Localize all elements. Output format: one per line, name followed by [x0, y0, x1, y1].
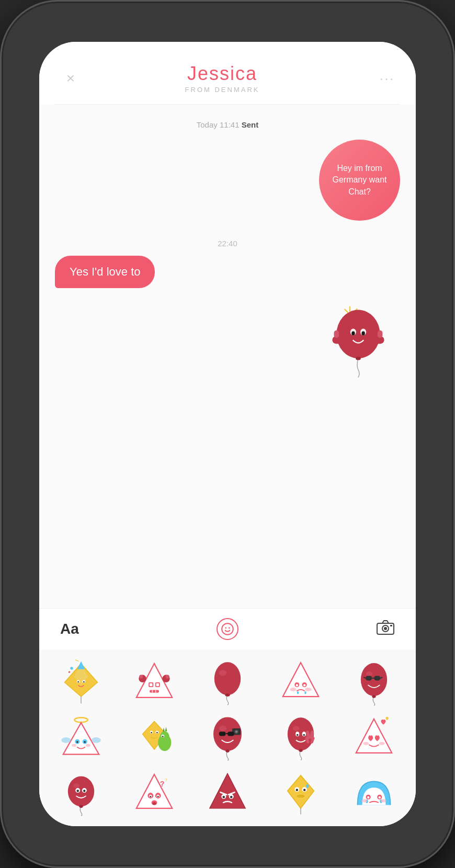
- sticker-balloon-cool[interactable]: [191, 710, 264, 766]
- svg-point-71: [72, 744, 76, 747]
- svg-point-70: [84, 741, 86, 743]
- svg-point-147: [362, 799, 368, 802]
- sticker-diamond-dino[interactable]: [118, 710, 191, 766]
- sticker-balloon-plain[interactable]: [191, 655, 264, 710]
- svg-point-51: [296, 684, 299, 687]
- svg-point-45: [225, 694, 230, 696]
- svg-point-44: [219, 670, 226, 676]
- sticker-grid: ? ?: [39, 649, 416, 826]
- svg-marker-134: [288, 775, 314, 808]
- svg-point-94: [293, 726, 300, 731]
- svg-point-110: [73, 783, 80, 788]
- contact-subtitle: FROM DENMARK: [81, 86, 363, 94]
- svg-point-102: [303, 734, 305, 736]
- sticker-balloon-smile[interactable]: [337, 655, 411, 710]
- svg-point-144: [379, 796, 381, 799]
- sticker-balloon-crown[interactable]: [44, 766, 118, 821]
- more-button[interactable]: ···: [363, 71, 395, 86]
- svg-point-47: [290, 688, 297, 691]
- svg-point-15: [229, 627, 230, 629]
- sticker-triangle-blue-arch[interactable]: [337, 766, 411, 821]
- svg-rect-11: [378, 330, 383, 338]
- svg-point-115: [79, 805, 83, 808]
- svg-point-18: [384, 627, 387, 630]
- sent-message-row: Hey im from Germany want Chat?: [55, 140, 400, 221]
- svg-point-93: [288, 717, 314, 750]
- svg-rect-40: [150, 690, 159, 692]
- svg-point-132: [223, 796, 225, 798]
- svg-point-52: [303, 684, 306, 687]
- svg-point-137: [296, 789, 299, 791]
- time-separator: 22:40: [55, 239, 400, 248]
- svg-point-66: [92, 737, 101, 743]
- svg-rect-58: [374, 676, 381, 680]
- svg-marker-25: [77, 661, 85, 669]
- sticker-balloon-peace[interactable]: [264, 710, 337, 766]
- svg-rect-57: [366, 676, 372, 680]
- contact-name: Jessica: [81, 63, 363, 85]
- sticker-diamond-yellow[interactable]: [264, 766, 337, 821]
- sent-timestamp: Today 11:41 Sent: [55, 120, 400, 129]
- svg-rect-38: [150, 683, 152, 686]
- received-bubble: Yes I'd love to: [55, 256, 155, 288]
- svg-point-62: [372, 695, 376, 698]
- svg-point-24: [69, 671, 71, 673]
- phone-screen: × Jessica FROM DENMARK ··· Today 11:41 S…: [39, 42, 416, 826]
- received-message-row: Yes I'd love to: [55, 256, 400, 288]
- svg-point-65: [61, 737, 71, 743]
- sticker-sent-row: [55, 299, 400, 382]
- sticker-triangle-love[interactable]: [337, 710, 411, 766]
- svg-point-105: [363, 742, 369, 745]
- svg-marker-77: [165, 727, 167, 731]
- sticker-kite-party[interactable]: [44, 655, 118, 710]
- svg-point-124: [157, 796, 159, 797]
- svg-line-1: [345, 310, 348, 313]
- svg-point-43: [214, 662, 241, 695]
- svg-point-109: [68, 776, 94, 807]
- svg-point-35: [166, 675, 169, 679]
- svg-point-88: [235, 731, 237, 733]
- header-center: Jessica FROM DENMARK: [81, 63, 363, 94]
- svg-point-30: [83, 681, 85, 683]
- sticker-triangle-robot[interactable]: [118, 655, 191, 710]
- svg-point-148: [381, 799, 386, 802]
- svg-point-114: [83, 790, 86, 792]
- camera-button[interactable]: [376, 620, 395, 639]
- phone-shell: × Jessica FROM DENMARK ··· Today 11:41 S…: [0, 0, 455, 868]
- svg-marker-127: [210, 773, 245, 808]
- svg-marker-104: [356, 719, 392, 753]
- svg-point-34: [139, 675, 143, 679]
- svg-rect-19: [390, 625, 392, 626]
- svg-point-106: [379, 742, 385, 745]
- sticker-triangle-sad[interactable]: [264, 655, 337, 710]
- svg-point-143: [367, 796, 370, 799]
- emoji-button[interactable]: [217, 618, 238, 640]
- sticker-triangle-red[interactable]: [191, 766, 264, 821]
- svg-point-12: [356, 357, 361, 360]
- svg-point-82: [151, 732, 152, 734]
- sticker-triangle-ghost[interactable]: ? ?: [118, 766, 191, 821]
- input-toolbar: Aa: [39, 609, 416, 649]
- svg-point-83: [156, 732, 158, 734]
- text-input-button[interactable]: Aa: [60, 621, 79, 637]
- svg-point-55: [361, 663, 387, 696]
- svg-point-139: [306, 784, 309, 788]
- svg-marker-46: [283, 663, 318, 696]
- svg-point-103: [299, 749, 302, 752]
- svg-point-14: [225, 627, 226, 629]
- svg-line-26: [75, 660, 78, 661]
- svg-point-29: [77, 681, 79, 683]
- svg-point-85: [219, 726, 226, 732]
- svg-point-138: [303, 789, 306, 791]
- close-button[interactable]: ×: [60, 70, 81, 87]
- sent-bubble: Hey im from Germany want Chat?: [319, 140, 400, 221]
- svg-rect-90: [228, 732, 234, 736]
- svg-point-53: [297, 691, 299, 694]
- svg-point-56: [366, 671, 373, 676]
- svg-point-75: [160, 731, 169, 743]
- svg-text:?: ?: [160, 780, 165, 788]
- sticker-triangle-angel[interactable]: [44, 710, 118, 766]
- svg-rect-89: [219, 732, 226, 736]
- svg-text:?: ?: [165, 778, 167, 783]
- svg-point-92: [225, 750, 229, 752]
